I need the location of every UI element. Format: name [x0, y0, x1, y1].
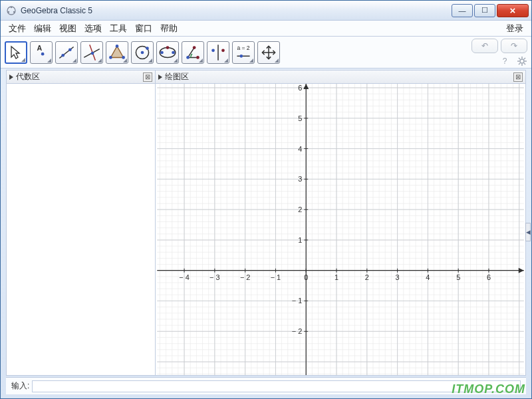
menubar: 文件 编辑 视图 选项 工具 窗口 帮助 登录: [1, 21, 531, 37]
algebra-header[interactable]: 代数区 ⊠: [7, 70, 155, 84]
svg-point-20: [160, 51, 164, 54]
svg-text:1: 1: [334, 273, 338, 281]
menu-file[interactable]: 文件: [5, 21, 30, 37]
gear-icon[interactable]: [517, 56, 527, 66]
svg-text:− 4: − 4: [179, 273, 190, 281]
svg-text:6: 6: [487, 273, 491, 281]
toolbar: Aa = 2 ↶ ↷ ?: [1, 37, 531, 68]
menu-options[interactable]: 选项: [80, 21, 106, 37]
svg-marker-12: [110, 46, 123, 57]
svg-text:4: 4: [426, 273, 430, 281]
content-area: 代数区 ⊠ 绘图区 ⊠ − 4− 3− 2− 10123456− 2− 1123…: [6, 70, 526, 376]
slider-tool[interactable]: a = 2: [232, 41, 255, 64]
help-icon[interactable]: ?: [499, 56, 510, 66]
menu-help[interactable]: 帮助: [156, 21, 182, 37]
undo-button[interactable]: ↶: [471, 39, 498, 53]
svg-text:4: 4: [298, 145, 302, 153]
input-label: 输入:: [11, 380, 29, 392]
window-title: GeoGebra Classic 5: [21, 6, 450, 15]
svg-text:− 1: − 1: [271, 273, 281, 281]
svg-text:1: 1: [298, 236, 302, 244]
close-button[interactable]: ×: [497, 4, 529, 17]
graphics-canvas[interactable]: − 4− 3− 2− 10123456− 2− 1123456: [156, 84, 525, 375]
svg-point-13: [116, 45, 119, 48]
side-tab[interactable]: ◀: [525, 223, 531, 241]
svg-line-43: [524, 58, 525, 59]
svg-text:5: 5: [298, 114, 302, 122]
expand-icon[interactable]: [158, 74, 162, 80]
app-window: GeoGebra Classic 5 — ☐ × 文件 编辑 视图 选项 工具 …: [0, 0, 532, 399]
minimize-button[interactable]: —: [452, 4, 473, 17]
svg-text:− 1: − 1: [292, 297, 303, 305]
svg-point-25: [193, 46, 196, 49]
svg-text:0: 0: [304, 273, 308, 281]
svg-text:2: 2: [365, 273, 369, 281]
perpendicular-tool[interactable]: [80, 41, 103, 64]
graphics-close-icon[interactable]: ⊠: [513, 72, 523, 82]
svg-point-7: [61, 53, 65, 57]
svg-point-23: [186, 56, 190, 59]
titlebar[interactable]: GeoGebra Classic 5 — ☐ ×: [1, 1, 531, 21]
svg-point-14: [109, 56, 112, 59]
svg-point-28: [221, 49, 225, 52]
reflect-tool[interactable]: [207, 41, 229, 64]
redo-button[interactable]: ↷: [501, 39, 527, 53]
polygon-tool[interactable]: [106, 41, 128, 64]
menu-window[interactable]: 窗口: [131, 21, 156, 37]
angle-tool[interactable]: [182, 41, 204, 64]
move-view-tool[interactable]: [257, 41, 280, 64]
svg-text:A: A: [37, 43, 43, 51]
graphics-header[interactable]: 绘图区 ⊠: [156, 70, 525, 84]
move-tool[interactable]: [5, 41, 27, 64]
menu-view[interactable]: 视图: [55, 21, 80, 37]
svg-text:− 3: − 3: [209, 273, 220, 281]
algebra-close-icon[interactable]: ⊠: [143, 72, 152, 82]
svg-text:3: 3: [298, 175, 302, 183]
svg-text:?: ?: [503, 57, 507, 66]
input-bar: 输入:: [6, 377, 526, 394]
ellipse-tool[interactable]: [156, 41, 179, 64]
svg-text:2: 2: [298, 205, 302, 213]
command-input[interactable]: [32, 380, 521, 392]
algebra-panel: 代数区 ⊠: [7, 70, 156, 375]
svg-point-11: [91, 51, 94, 55]
svg-text:− 2: − 2: [292, 327, 303, 335]
svg-point-35: [520, 59, 524, 63]
svg-text:5: 5: [456, 273, 460, 281]
svg-text:a = 2: a = 2: [237, 44, 249, 51]
svg-point-3: [11, 6, 12, 7]
circle-tool[interactable]: [131, 41, 154, 64]
toolbar-right: ↶ ↷ ?: [471, 39, 527, 66]
svg-point-18: [146, 47, 149, 50]
algebra-body[interactable]: [7, 84, 155, 375]
svg-point-27: [211, 49, 215, 52]
svg-text:6: 6: [298, 84, 302, 92]
svg-line-41: [524, 63, 525, 65]
point-tool[interactable]: A: [30, 41, 53, 64]
graphics-panel: 绘图区 ⊠ − 4− 3− 2− 10123456− 2− 1123456: [156, 70, 525, 375]
menu-edit[interactable]: 编辑: [30, 21, 55, 37]
svg-point-31: [239, 54, 243, 57]
app-icon: [6, 5, 17, 16]
line-tool[interactable]: [55, 41, 78, 64]
svg-point-8: [68, 48, 72, 51]
svg-line-6: [59, 47, 73, 58]
svg-point-22: [166, 46, 170, 49]
svg-line-42: [519, 63, 520, 65]
graphics-title: 绘图区: [165, 71, 189, 82]
svg-point-5: [41, 52, 45, 55]
menu-login[interactable]: 登录: [502, 21, 527, 37]
svg-point-17: [141, 51, 144, 54]
maximize-button[interactable]: ☐: [474, 4, 495, 17]
svg-point-2: [13, 11, 15, 12]
svg-point-21: [172, 51, 175, 54]
svg-text:3: 3: [396, 273, 400, 281]
window-controls: — ☐ ×: [450, 4, 529, 17]
menu-tools[interactable]: 工具: [106, 21, 131, 37]
expand-icon[interactable]: [9, 74, 13, 80]
svg-line-40: [519, 58, 520, 59]
svg-point-1: [8, 11, 9, 12]
svg-text:− 2: − 2: [240, 273, 251, 281]
algebra-title: 代数区: [16, 71, 40, 82]
